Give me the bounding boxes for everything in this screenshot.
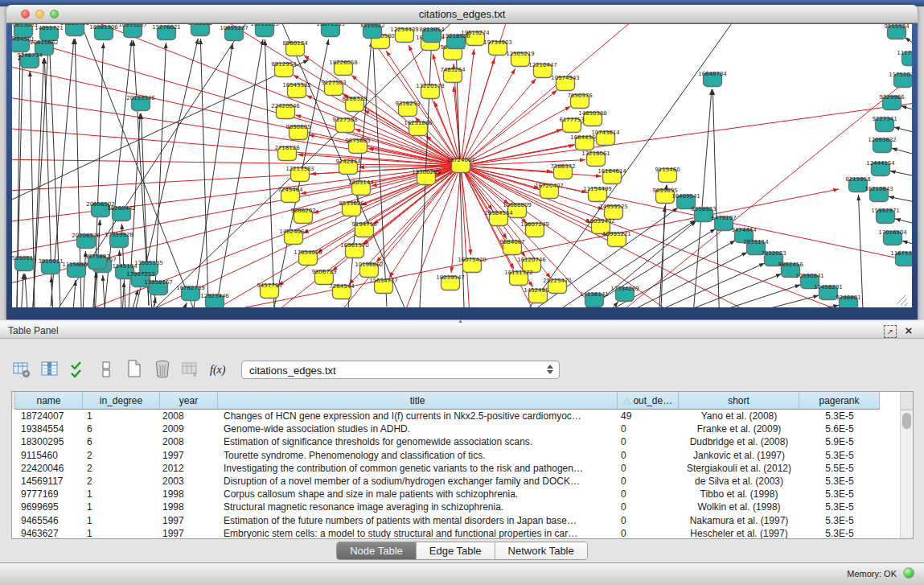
- column-header-title[interactable]: title: [218, 392, 618, 410]
- node-label: 2935114: [743, 239, 769, 245]
- table-cell: 0: [618, 462, 679, 475]
- attribute-table[interactable]: namein_degreeyeartitle△ out_de…shortpage…: [11, 391, 914, 539]
- table-cell: 6: [83, 435, 160, 448]
- network-edge: [892, 148, 912, 158]
- float-panel-icon[interactable]: ↗: [884, 325, 897, 338]
- column-header-short[interactable]: short: [679, 392, 799, 410]
- node-label: 12210447: [528, 62, 557, 68]
- network-canvas[interactable]: 1872400718300295896012489129541654338222…: [12, 24, 912, 307]
- network-edge: [103, 275, 106, 307]
- node-label: 16671355: [316, 24, 345, 27]
- table-cell: Franke et al. (2009): [679, 422, 799, 435]
- node-label: 14624064: [279, 229, 308, 235]
- table-row[interactable]: 1456911722003Disruption of a novel membe…: [12, 475, 900, 488]
- node-label: 18807249: [520, 221, 549, 228]
- table-scrollbar[interactable]: [900, 392, 913, 538]
- select-all-icon[interactable]: [68, 359, 88, 380]
- table-cell: 19384554: [15, 422, 83, 435]
- delete-table-icon[interactable]: [152, 359, 173, 380]
- svg-text:x: x: [193, 370, 197, 378]
- table-cell: Estimation of significance thresholds fo…: [218, 435, 618, 448]
- node-label: 14055721: [35, 25, 64, 31]
- node-label: 16075420: [458, 257, 487, 263]
- table-cell: 5.6E-5: [799, 422, 880, 435]
- node-label: 8215958: [845, 176, 870, 183]
- table-cell: 18300295: [15, 435, 83, 448]
- node-label: 17334269: [610, 286, 639, 292]
- network-edge: [216, 39, 263, 307]
- status-bar: Memory: OK: [0, 562, 924, 585]
- table-row[interactable]: 1830029562008Estimation of significance …: [12, 435, 900, 448]
- tab-node-table[interactable]: Node Table: [337, 542, 417, 559]
- network-edge: [676, 295, 819, 307]
- memory-status-label: Memory: OK: [847, 569, 897, 579]
- memory-ok-indicator: [903, 567, 914, 579]
- table-cell: 14569117: [15, 475, 83, 488]
- table-row[interactable]: 946362711997Embryonic stem cells: a mode…: [12, 527, 900, 539]
- table-cell: 9463627: [15, 527, 83, 539]
- network-edge: [12, 31, 461, 166]
- table-cell: 5.3E-5: [799, 410, 880, 422]
- node-label: 19384554: [484, 210, 513, 216]
- network-edge: [895, 219, 912, 228]
- node-label: 18226058: [329, 60, 358, 66]
- network-edge: [461, 101, 912, 166]
- resize-grip-icon[interactable]: [905, 303, 908, 306]
- table-cell: 1997: [160, 527, 218, 539]
- column-header-out_de[interactable]: △ out_de…: [618, 392, 679, 410]
- node-label: 20613055: [12, 24, 38, 28]
- table-row[interactable]: 1872400712008Changes of HCN gene express…: [12, 410, 900, 422]
- resize-grip-icon[interactable]: [897, 295, 906, 304]
- table-cell: 1997: [160, 449, 218, 462]
- column-header-pagerank[interactable]: pagerank: [799, 392, 880, 410]
- node-label: 20615662: [30, 39, 59, 46]
- table-row[interactable]: 2242004622012Investigating the contribut…: [12, 462, 900, 475]
- table-cell: Yano et al. (2008): [679, 410, 799, 422]
- table-row[interactable]: 969969511998Structural magnetic resonanc…: [12, 501, 900, 513]
- table-row[interactable]: 1938455462009Genome-wide association stu…: [12, 422, 900, 435]
- table-cell: 5.9E-5: [799, 435, 880, 448]
- node-label: 9675685: [345, 138, 370, 144]
- node-label: 7632023: [761, 250, 786, 257]
- table-cell: 5.3E-5: [799, 501, 880, 513]
- node-label: 8813054: [419, 27, 445, 33]
- table-cell: Genome-wide association studies in ADHD.: [218, 422, 618, 435]
- table-row[interactable]: 977716911998Corpus callosum shape and si…: [12, 488, 900, 501]
- close-panel-icon[interactable]: ×: [903, 325, 914, 336]
- table-cell: 9465546: [15, 514, 83, 527]
- table-cell: 2: [83, 449, 160, 462]
- network-edge: [558, 307, 587, 307]
- node-label: 16210643: [864, 186, 893, 192]
- function-builder-icon[interactable]: f(x): [208, 359, 229, 380]
- table-cell: 2008: [160, 435, 218, 448]
- network-edge: [894, 127, 912, 136]
- table-row[interactable]: 946554611997Estimation of the future num…: [12, 514, 900, 527]
- table-cell: 1: [83, 488, 160, 501]
- table-cell: Changes of HCN gene expression and I(f) …: [218, 410, 618, 422]
- node-label: 6177753: [559, 117, 584, 123]
- network-edge: [713, 89, 720, 307]
- node-label: 9515524: [884, 24, 910, 30]
- table-panel-header: Table Panel ↗ ×: [0, 323, 924, 339]
- citation-network-graph: 1872400718300295896012489129541654338222…: [12, 24, 912, 307]
- table-body: 1872400712008Changes of HCN gene express…: [12, 410, 900, 538]
- node-label: 12458291: [814, 284, 843, 290]
- table-cell: 2012: [160, 462, 218, 475]
- table-settings-icon[interactable]: [11, 359, 32, 380]
- new-table-icon[interactable]: [124, 359, 145, 380]
- column-header-in_degree[interactable]: in_degree: [83, 392, 160, 410]
- column-header-year[interactable]: year: [160, 392, 218, 410]
- table-row[interactable]: 911546021997Tourette syndrome. Phenomeno…: [12, 449, 900, 462]
- table-cell: 0: [618, 422, 679, 435]
- tab-network-table[interactable]: Network Table: [495, 542, 587, 559]
- node-label: 16409541: [671, 193, 700, 200]
- deselect-all-icon[interactable]: [96, 359, 117, 380]
- node-label: 16151322: [504, 270, 533, 276]
- column-header-name[interactable]: name: [15, 392, 83, 410]
- table-selector-dropdown[interactable]: citations_edges.txt: [241, 360, 560, 379]
- node-label: 9127503: [321, 80, 346, 86]
- tab-edge-table[interactable]: Edge Table: [417, 542, 495, 559]
- window-title-bar[interactable]: citations_edges.txt: [6, 5, 918, 23]
- column-visibility-icon[interactable]: [39, 359, 60, 380]
- scrollbar-thumb[interactable]: [902, 413, 911, 429]
